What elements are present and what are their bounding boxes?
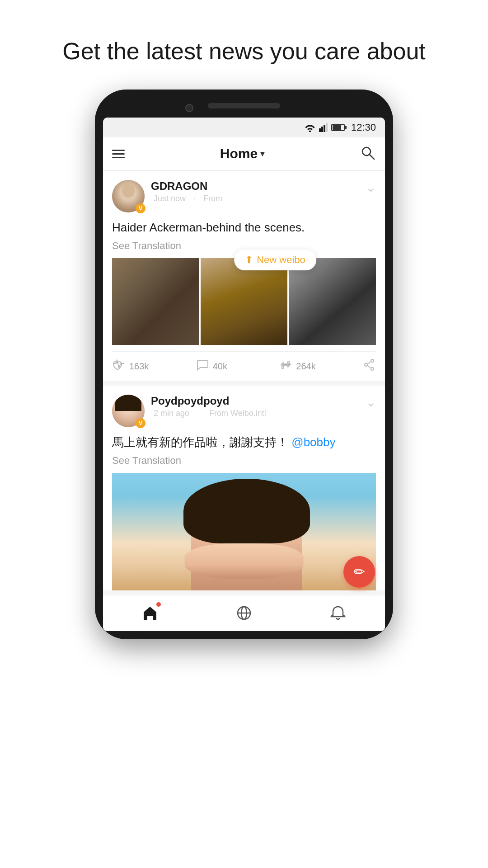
compose-fab-button[interactable]: ✏ (343, 556, 375, 588)
dropdown-arrow-icon[interactable]: ▾ (260, 149, 264, 159)
svg-rect-2 (321, 127, 323, 132)
comment-icon (196, 358, 209, 375)
phone-camera (185, 104, 193, 112)
svg-rect-4 (326, 123, 328, 132)
post-info: 2 min ago From Weibo.intl (151, 409, 366, 418)
comment-count: 40k (213, 361, 227, 372)
svg-line-11 (367, 365, 371, 368)
page-headline: Get the latest news you care about (62, 36, 426, 67)
post-content: Haider Ackerman-behind the scenes. (112, 219, 376, 236)
nav-explore[interactable] (235, 604, 253, 622)
new-weibo-arrow-icon: ⬆ (245, 254, 253, 266)
status-icons: 12:30 (304, 122, 376, 133)
post-content: 馬上就有新的作品啦，謝謝支持！ @bobby (112, 434, 376, 451)
see-translation-button[interactable]: See Translation (112, 455, 376, 467)
svg-rect-3 (324, 125, 325, 132)
search-icon (360, 145, 376, 161)
post-mention[interactable]: @bobby (291, 435, 335, 449)
like-icon (112, 358, 126, 375)
post-image-1 (112, 258, 199, 345)
compose-icon: ✏ (354, 564, 365, 580)
phone-device: 12:30 Home ▾ ⬆ (95, 90, 393, 639)
post-username: Poydpoydpoyd (151, 395, 366, 407)
avatar-container: V (112, 395, 145, 427)
verified-badge: V (136, 203, 145, 213)
post-source: From (203, 194, 222, 203)
post-image-2 (201, 258, 287, 345)
repost-icon (279, 358, 292, 375)
app-bar-title: Home ▾ (125, 146, 360, 161)
post-meta: GDRAGON Just now · From (151, 180, 366, 203)
feed-container: ⬆ New weibo V GDRAGON Just now (103, 171, 385, 631)
repost-count: 264k (296, 361, 315, 372)
status-bar: 12:30 (103, 118, 385, 137)
hamburger-menu-icon[interactable] (112, 150, 125, 158)
post-time: Just now (154, 194, 186, 203)
post-header: V Poydpoydpoyd 2 min ago From Weibo.intl… (112, 395, 376, 427)
search-button[interactable] (360, 145, 376, 163)
phone-screen: 12:30 Home ▾ ⬆ (103, 118, 385, 631)
new-weibo-toast[interactable]: ⬆ New weibo (234, 250, 316, 270)
status-time: 12:30 (351, 122, 376, 133)
new-weibo-label: New weibo (257, 254, 305, 266)
nav-home[interactable] (141, 604, 159, 622)
svg-rect-1 (319, 128, 321, 132)
bottom-nav (103, 595, 385, 631)
home-icon (141, 604, 159, 622)
post-username: GDRAGON (151, 180, 366, 193)
avatar-container: V (112, 180, 145, 212)
svg-point-8 (371, 368, 374, 370)
explore-icon (235, 604, 253, 622)
home-notification-dot (156, 602, 161, 607)
wifi-icon (304, 123, 316, 132)
bell-icon (329, 604, 347, 622)
comment-button[interactable]: 40k (196, 358, 279, 375)
post-header: V GDRAGON Just now · From ⌄ (112, 180, 376, 212)
svg-point-9 (365, 363, 367, 366)
svg-point-7 (371, 359, 374, 362)
svg-point-0 (309, 130, 311, 132)
action-bar: 163k 40k (112, 351, 376, 381)
battery-icon (331, 124, 345, 131)
post-source: From Weibo.intl (209, 409, 266, 418)
like-button[interactable]: 163k (112, 358, 196, 375)
share-button[interactable] (362, 358, 376, 375)
nav-notifications[interactable] (329, 604, 347, 622)
verified-badge: V (136, 418, 145, 428)
post-chevron-icon[interactable]: ⌄ (366, 395, 376, 410)
post-image-grid (112, 258, 376, 345)
post-image-3 (289, 258, 376, 345)
home-title-label: Home (220, 146, 258, 161)
share-icon (362, 358, 376, 375)
post-time: 2 min ago (154, 409, 189, 418)
post-card: V Poydpoydpoyd 2 min ago From Weibo.intl… (103, 386, 385, 590)
app-bar: Home ▾ (103, 137, 385, 171)
like-count: 163k (129, 361, 149, 372)
post-info: Just now · From (151, 194, 366, 203)
post-text: 馬上就有新的作品啦，謝謝支持！ (112, 435, 288, 449)
signal-icon (319, 123, 328, 132)
post-image-single (112, 473, 376, 590)
repost-button[interactable]: 264k (279, 358, 362, 375)
post-chevron-icon[interactable]: ⌄ (366, 180, 376, 195)
post-meta: Poydpoydpoyd 2 min ago From Weibo.intl (151, 395, 366, 418)
svg-line-10 (367, 361, 371, 364)
phone-speaker (208, 103, 280, 108)
post-card: V GDRAGON Just now · From ⌄ Haider Acker… (103, 171, 385, 381)
svg-line-6 (370, 155, 374, 159)
